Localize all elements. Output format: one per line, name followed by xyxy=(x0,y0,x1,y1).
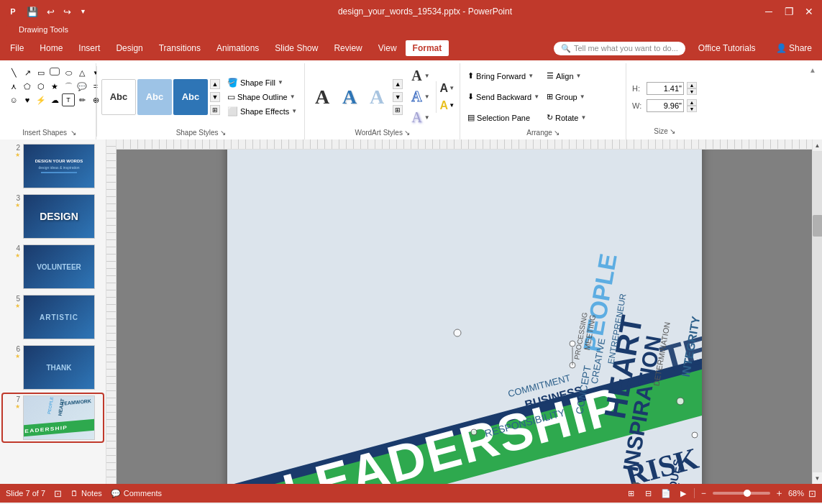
style-preset-1[interactable]: Abc xyxy=(101,79,136,115)
shape-oval-btn[interactable]: ⬭ xyxy=(62,66,75,79)
shape-lightning-btn[interactable]: ⚡ xyxy=(35,93,47,106)
group-dropdown-icon[interactable]: ▼ xyxy=(580,93,585,100)
scroll-thumb[interactable] xyxy=(813,215,823,237)
text-color-button[interactable]: A ▼ xyxy=(439,81,455,96)
minimize-button[interactable]: ─ xyxy=(762,6,776,17)
menu-design[interactable]: Design xyxy=(109,40,150,56)
text-effects-button[interactable]: A ▼ xyxy=(408,108,432,127)
wordart-scroll-up[interactable]: ▲ xyxy=(393,79,403,89)
menu-insert[interactable]: Insert xyxy=(71,40,107,56)
slide-thumb-3[interactable]: 3 ★ DESIGN xyxy=(3,193,103,240)
comments-button[interactable]: 💬 Comments xyxy=(111,489,162,498)
menu-format[interactable]: Format xyxy=(406,40,449,56)
send-backward-button[interactable]: ⬇ Send Backward ▼ xyxy=(465,87,542,106)
fit-slide-button[interactable]: ⊡ xyxy=(808,488,816,499)
arrange-expand-icon[interactable]: ↘ xyxy=(554,129,560,137)
style-scroll-down[interactable]: ▼ xyxy=(210,92,220,102)
slide-canvas[interactable]: LEADERSHIP TEAMWORK HEART PEOPLE INSPIRA… xyxy=(227,139,702,484)
share-button[interactable]: 👤 Share xyxy=(769,40,819,56)
align-dropdown-icon[interactable]: ▼ xyxy=(576,73,582,79)
shape-outline-button[interactable]: ▭ Shape Outline ▼ xyxy=(224,91,300,104)
shape-fill-dropdown-icon[interactable]: ▼ xyxy=(278,79,283,86)
text-effects-dropdown-icon[interactable]: ▼ xyxy=(424,114,430,121)
fit-to-window-icon[interactable]: ⊡ xyxy=(54,488,62,499)
tell-me-input[interactable]: 🔍 Tell me what you want to do... xyxy=(554,42,685,55)
wordart-a-plain[interactable]: A xyxy=(309,79,335,115)
shape-triangle-btn[interactable]: △ xyxy=(76,66,88,79)
restore-button[interactable]: ❐ xyxy=(782,6,796,17)
shape-callout-btn[interactable]: 💬 xyxy=(76,80,88,93)
style-scroll-up[interactable]: ▲ xyxy=(210,79,220,89)
shape-effects-dropdown-icon[interactable]: ▼ xyxy=(291,108,297,114)
slide-sorter-button[interactable]: ⊟ xyxy=(642,487,655,500)
scroll-up-button[interactable]: ▲ xyxy=(813,139,823,151)
redo-qat-button[interactable]: ↪ xyxy=(61,6,73,17)
shape-cloud-btn[interactable]: ☁ xyxy=(48,93,61,106)
shape-rect-btn[interactable]: ▭ xyxy=(35,66,47,79)
height-input[interactable] xyxy=(647,82,684,95)
slide-thumb-7[interactable]: 7 ★ LEADERSHIP TEAMWORK PEOPLE HEART xyxy=(3,394,103,441)
height-spin-up[interactable]: ▲ xyxy=(687,82,697,88)
wordart-a-blue[interactable]: A xyxy=(337,79,362,115)
selection-pane-button[interactable]: ▤ Selection Pane xyxy=(465,108,542,127)
wordart-expand[interactable]: ⊞ xyxy=(393,105,403,115)
shape-styles-expand-icon[interactable]: ↘ xyxy=(220,129,226,137)
text-outline-button[interactable]: A ▼ xyxy=(408,87,432,106)
shape-outline-dropdown-icon[interactable]: ▼ xyxy=(290,93,296,100)
text-outline-dropdown-icon[interactable]: ▼ xyxy=(424,93,430,100)
text-highlight-button[interactable]: A ▼ xyxy=(439,98,455,113)
menu-transitions[interactable]: Transitions xyxy=(152,40,208,56)
shape-textbox-btn[interactable]: T xyxy=(62,93,75,106)
width-spin-down[interactable]: ▼ xyxy=(687,106,697,112)
slide-thumb-4[interactable]: 4 ★ VOLUNTEER xyxy=(3,243,103,290)
expand-icon[interactable]: ↘ xyxy=(70,129,76,137)
menu-review[interactable]: Review xyxy=(326,40,369,56)
save-qat-button[interactable]: 💾 xyxy=(24,6,40,17)
customize-qat-button[interactable]: ▼ xyxy=(78,8,88,15)
align-button[interactable]: ☰ Align ▼ xyxy=(544,66,621,86)
shape-hex-btn[interactable]: ⬡ xyxy=(35,80,47,93)
wordart-scroll-down[interactable]: ▼ xyxy=(393,92,403,102)
undo-qat-button[interactable]: ↩ xyxy=(45,6,57,17)
slideshow-button[interactable]: ▶ xyxy=(677,487,690,500)
zoom-thumb[interactable] xyxy=(744,490,751,497)
shape-star-btn[interactable]: ★ xyxy=(48,80,61,93)
shape-line-btn[interactable]: ╲ xyxy=(7,66,20,79)
bring-forward-dropdown-icon[interactable]: ▼ xyxy=(528,73,534,79)
slide-thumb-2[interactable]: 2 ★ DESIGN YOUR WORDS design ideas & ins… xyxy=(3,142,103,190)
menu-home[interactable]: Home xyxy=(32,40,70,56)
menu-file[interactable]: File xyxy=(3,40,31,56)
zoom-out-button[interactable]: － xyxy=(699,487,708,500)
ribbon-collapse-button[interactable]: ▲ xyxy=(806,63,819,77)
reading-view-button[interactable]: 📄 xyxy=(659,487,672,500)
shape-edit-btn[interactable]: ✏ xyxy=(76,93,88,106)
menu-animations[interactable]: Animations xyxy=(209,40,266,56)
notes-button[interactable]: 🗒 Notes xyxy=(70,489,102,498)
style-preset-2[interactable]: Abc xyxy=(137,79,172,115)
text-fill-dropdown-icon[interactable]: ▼ xyxy=(424,73,430,79)
shape-iso-tri-btn[interactable]: ⋏ xyxy=(7,80,20,93)
shape-smiley-btn[interactable]: ☺ xyxy=(7,93,20,106)
shape-effects-button[interactable]: ⬜ Shape Effects ▼ xyxy=(224,105,300,118)
shape-pentagon-btn[interactable]: ⬠ xyxy=(21,80,34,93)
style-expand[interactable]: ⊞ xyxy=(210,105,220,115)
scroll-down-button[interactable]: ▼ xyxy=(813,472,823,484)
shape-banner-btn[interactable]: ⌒ xyxy=(62,80,75,93)
group-button[interactable]: ⊞ Group ▼ xyxy=(544,87,621,106)
rotate-button[interactable]: ↻ Rotate ▼ xyxy=(544,108,621,127)
shape-fill-button[interactable]: 🪣 Shape Fill ▼ xyxy=(224,76,300,89)
shape-heart-btn[interactable]: ♥ xyxy=(21,93,34,106)
shape-arrow-btn[interactable]: ↗ xyxy=(21,66,34,79)
text-fill-button[interactable]: A ▼ xyxy=(408,66,432,86)
size-expand-icon[interactable]: ↘ xyxy=(670,127,675,135)
wordart-a-light[interactable]: A xyxy=(364,79,390,115)
close-button[interactable]: ✕ xyxy=(802,6,816,17)
width-input[interactable] xyxy=(647,99,684,112)
width-spin-up[interactable]: ▲ xyxy=(687,99,697,106)
rotate-dropdown-icon[interactable]: ▼ xyxy=(580,114,586,121)
zoom-in-button[interactable]: ＋ xyxy=(775,487,784,500)
style-preset-3[interactable]: Abc xyxy=(173,79,208,115)
slide-thumb-6[interactable]: 6 ★ THANK xyxy=(3,344,103,391)
send-backward-dropdown-icon[interactable]: ▼ xyxy=(534,93,539,100)
bring-forward-button[interactable]: ⬆ Bring Forward ▼ xyxy=(465,66,542,86)
